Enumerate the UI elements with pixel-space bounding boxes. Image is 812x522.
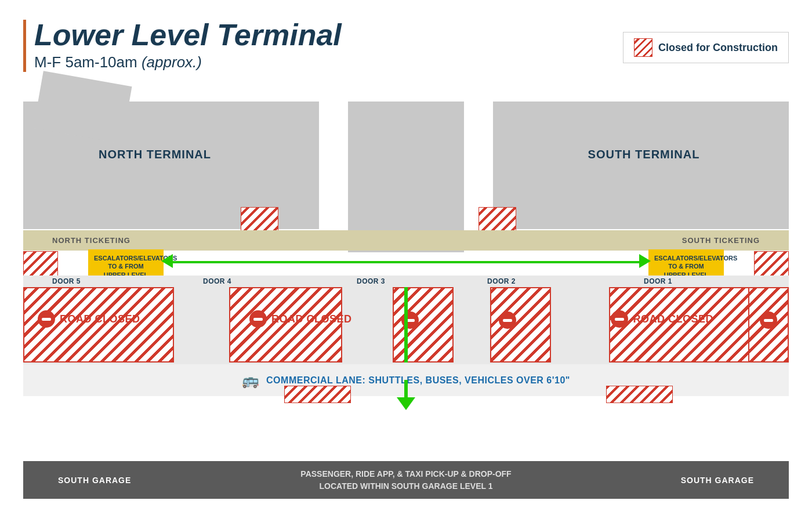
road-closed-text-3: ROAD CLOSED (633, 313, 713, 325)
door1-label: DOOR 1 (644, 277, 672, 285)
road-closed-text-2: ROAD CLOSED (271, 313, 352, 325)
construction-icon (634, 38, 652, 57)
green-arrow-line (165, 261, 647, 263)
road-closed-sign-1: ROAD CLOSED (38, 310, 140, 328)
south-terminal-label: SOUTH TERMINAL (528, 148, 760, 161)
no-entry-icon-2 (249, 310, 267, 328)
bottom-center-text: PASSENGER, RIDE APP, & TAXI PICK-UP & DR… (300, 468, 511, 492)
south-garage-left-label: SOUTH GARAGE (58, 476, 131, 485)
arrow-right-icon (639, 254, 651, 268)
page-subtitle: M-F 5am-10am (approx.) (34, 53, 342, 71)
no-entry-icon-3 (611, 310, 628, 328)
no-entry-icon-1 (38, 310, 55, 328)
bottom-strip: SOUTH GARAGE PASSENGER, RIDE APP, & TAXI… (23, 461, 789, 499)
door3-label: DOOR 3 (357, 277, 385, 285)
green-vertical-line (404, 287, 408, 362)
door5-label: DOOR 5 (52, 277, 81, 285)
south-ticketing-label: SOUTH TICKETING (682, 236, 760, 245)
header-accent-bar (23, 20, 26, 72)
south-terminal-building (493, 102, 789, 229)
ticketing-strip: NORTH TICKETING SOUTH TICKETING NORTH BA… (23, 230, 789, 251)
legend-label: Closed for Construction (658, 42, 778, 54)
no-entry-door2 (499, 311, 516, 329)
green-down-arrow (397, 380, 415, 410)
map-area: NORTH TERMINAL SOUTH TERMINAL NORTH TICK… (23, 102, 789, 499)
center-building (348, 102, 464, 252)
header: Lower Level Terminal M-F 5am-10am (appro… (23, 17, 342, 72)
header-text-block: Lower Level Terminal M-F 5am-10am (appro… (34, 17, 342, 71)
no-entry-right (760, 311, 777, 329)
road-hatch-3 (393, 287, 454, 362)
road-closed-text-1: ROAD CLOSED (60, 313, 140, 325)
north-ticketing-label: NORTH TICKETING (52, 236, 130, 245)
road-hatch-4 (490, 287, 551, 362)
door2-label: DOOR 2 (487, 277, 516, 285)
bottom-hatch-left (284, 386, 351, 403)
legend: Closed for Construction (623, 32, 789, 63)
south-garage-right-label: SOUTH GARAGE (681, 476, 754, 485)
commercial-lane-text: COMMERCIAL LANE: SHUTTLES, BUSES, VEHICL… (266, 375, 570, 386)
page-title: Lower Level Terminal (34, 17, 342, 52)
road-closed-sign-2: ROAD CLOSED (249, 310, 352, 328)
north-terminal-label: NORTH TERMINAL (99, 148, 211, 161)
road-closed-sign-3: ROAD CLOSED (611, 310, 713, 328)
bottom-hatch-right (606, 386, 673, 403)
door4-label: DOOR 4 (203, 277, 231, 285)
bus-icon: 🚌 (242, 372, 259, 389)
escalator-south-label: ESCALATORS/ELEVATORSTO & FROMUPPER LEVEL (654, 255, 737, 278)
arrow-left-icon (161, 254, 173, 268)
